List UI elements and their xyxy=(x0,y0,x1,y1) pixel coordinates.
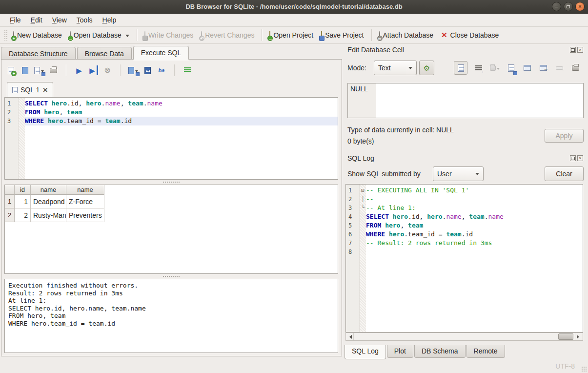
tab-plot[interactable]: Plot xyxy=(387,345,413,358)
open-external-icon[interactable]: → xyxy=(522,62,532,74)
code-line[interactable]: 2FROM hero, team xyxy=(5,108,338,117)
grid-column-header[interactable]: id xyxy=(15,185,31,195)
splitter-handle[interactable] xyxy=(4,274,338,278)
code-line[interactable]: 3└-- At line 1: xyxy=(346,204,583,212)
toolbar-grip[interactable] xyxy=(4,30,7,41)
code-line[interactable]: 3WHERE hero.team_id = team.id xyxy=(5,117,338,125)
word-wrap-icon[interactable] xyxy=(474,62,484,74)
code-line[interactable]: 5FROM hero, team xyxy=(346,221,583,230)
table-row[interactable]: 2 2 Rusty-Man Preventers xyxy=(5,208,338,222)
cell-type-text: Type of data currently in cell: NULL xyxy=(347,126,454,134)
tab-browse-data[interactable]: Browse Data xyxy=(77,47,132,60)
grid-cell[interactable]: Deadpond xyxy=(31,195,66,208)
sql-1-tab[interactable]: SQL 1 ✕ xyxy=(7,82,53,97)
attach-database-button[interactable]: ∞ Attach Database xyxy=(375,29,438,41)
print-icon[interactable] xyxy=(570,62,580,74)
splitter-handle[interactable] xyxy=(4,180,338,184)
apply-button[interactable]: Apply xyxy=(545,129,584,143)
sql-log-filter-select[interactable]: User xyxy=(433,166,484,181)
project-save-icon xyxy=(321,31,322,39)
dock-close-icon[interactable]: × xyxy=(577,47,583,53)
code-line[interactable]: 1⊟-- EXECUTING ALL IN 'SQL 1' xyxy=(346,186,583,195)
grid-column-header[interactable]: name xyxy=(31,185,66,195)
project-open-icon: → xyxy=(269,31,270,39)
menu-tools[interactable]: Tools xyxy=(72,15,98,25)
menu-view[interactable]: View xyxy=(47,15,72,25)
auto-mode-button[interactable]: ⚙ xyxy=(419,61,434,75)
tab-sql-log[interactable]: SQL Log xyxy=(345,345,386,359)
tab-database-structure[interactable]: Database Structure xyxy=(1,47,76,60)
import-data-icon[interactable] xyxy=(490,62,500,74)
write-changes-button[interactable]: Write Changes xyxy=(141,29,197,41)
execution-status-output[interactable]: Execution finished without errors. Resul… xyxy=(4,279,338,353)
open-tab-icon[interactable]: + xyxy=(6,65,16,75)
code-line[interactable]: 4SELECT hero.id, hero.name, team.name xyxy=(346,212,583,221)
stop-icon[interactable]: ⊗ xyxy=(102,65,112,75)
cell-value-editor[interactable]: NULL xyxy=(347,83,584,118)
tab-db-schema[interactable]: DB Schema xyxy=(414,345,466,358)
find-icon[interactable] xyxy=(142,65,152,75)
grid-cell[interactable]: Preventers xyxy=(66,208,104,222)
grid-cell[interactable]: Z-Force xyxy=(66,195,104,208)
code-line[interactable]: 2│-- xyxy=(346,195,583,204)
close-database-button[interactable]: ✕ Close Database xyxy=(437,29,503,41)
save-project-button[interactable]: Save Project xyxy=(317,29,367,41)
open-project-button[interactable]: → Open Project xyxy=(265,29,317,41)
clear-button[interactable]: Clear xyxy=(545,166,584,181)
code-line[interactable]: 6WHERE hero.team_id = team.id xyxy=(346,230,583,239)
grid-cell[interactable]: 1 xyxy=(15,195,31,208)
mode-select[interactable]: Text xyxy=(374,61,417,75)
dock-close-icon[interactable]: × xyxy=(577,155,583,161)
open-sql-file-icon[interactable] xyxy=(20,65,30,75)
revert-changes-button[interactable]: ↶ Revert Changes xyxy=(197,29,258,41)
tab-remote[interactable]: Remote xyxy=(466,345,505,358)
find-replace-icon[interactable]: ba xyxy=(157,65,166,75)
main-toolbar: + New Database → Open Database Write Cha… xyxy=(0,27,588,44)
dock-float-icon[interactable] xyxy=(570,47,576,53)
tab-execute-sql[interactable]: Execute SQL xyxy=(133,46,189,60)
text-mode-icon[interactable] xyxy=(454,61,467,75)
set-null-icon[interactable] xyxy=(554,62,564,74)
save-as-icon[interactable] xyxy=(506,62,516,74)
execute-current-line-icon[interactable]: ▶ xyxy=(88,65,98,75)
execute-all-icon[interactable]: ▶ xyxy=(74,65,84,75)
row-header[interactable]: 2 xyxy=(5,208,15,222)
titlebar[interactable]: DB Browser for SQLite - /home/user/code/… xyxy=(0,0,588,14)
close-tab-icon[interactable]: ✕ xyxy=(42,86,48,94)
menu-help[interactable]: Help xyxy=(98,15,122,25)
code-line[interactable]: 7-- Result: 2 rows returned in 3ms xyxy=(346,239,583,248)
scroll-left-arrow[interactable] xyxy=(346,333,354,340)
horizontal-scrollbar[interactable] xyxy=(345,332,583,341)
row-header[interactable]: 1 xyxy=(5,195,15,208)
print-icon[interactable] xyxy=(48,65,58,75)
format-sql-icon[interactable] xyxy=(182,65,192,75)
cell-value: NULL xyxy=(350,85,368,93)
open-database-button[interactable]: → Open Database xyxy=(66,29,133,41)
grid-column-header[interactable]: name xyxy=(66,185,104,195)
code-line[interactable]: 8 xyxy=(346,248,583,256)
maximize-button[interactable] xyxy=(564,2,573,11)
grid-corner[interactable] xyxy=(5,185,15,195)
sql-log-output[interactable]: 1⊟-- EXECUTING ALL IN 'SQL 1'2│--3└-- At… xyxy=(345,184,583,332)
save-results-icon[interactable] xyxy=(128,65,138,75)
scroll-right-arrow[interactable] xyxy=(575,333,583,340)
copy-link-icon[interactable]: ∞ xyxy=(538,62,548,74)
grid-cell[interactable]: 2 xyxy=(15,208,31,222)
menu-edit[interactable]: Edit xyxy=(26,15,47,25)
toolbar-separator xyxy=(262,29,262,41)
table-row[interactable]: 1 1 Deadpond Z-Force xyxy=(5,195,338,208)
open-database-dropdown-icon[interactable] xyxy=(125,35,129,39)
save-sql-file-icon[interactable] xyxy=(34,65,44,75)
code-line[interactable]: 1SELECT hero.id, hero.name, team.name xyxy=(5,99,338,108)
menu-file[interactable]: File xyxy=(5,15,26,25)
scrollbar-thumb[interactable] xyxy=(558,333,573,340)
minimize-button[interactable]: – xyxy=(552,2,561,11)
sql-editor[interactable]: 1SELECT hero.id, hero.name, team.name2FR… xyxy=(4,97,338,180)
close-button[interactable]: × xyxy=(575,2,585,11)
encoding-indicator: UTF-8 xyxy=(555,362,575,370)
dock-float-icon[interactable] xyxy=(570,155,576,161)
grid-cell[interactable]: Rusty-Man xyxy=(31,208,66,222)
results-grid[interactable]: id name name 1 1 Deadpond Z-Force 2 2 Ru… xyxy=(4,185,338,274)
new-database-button[interactable]: + New Database xyxy=(9,29,66,41)
resize-grip[interactable] xyxy=(581,366,587,372)
